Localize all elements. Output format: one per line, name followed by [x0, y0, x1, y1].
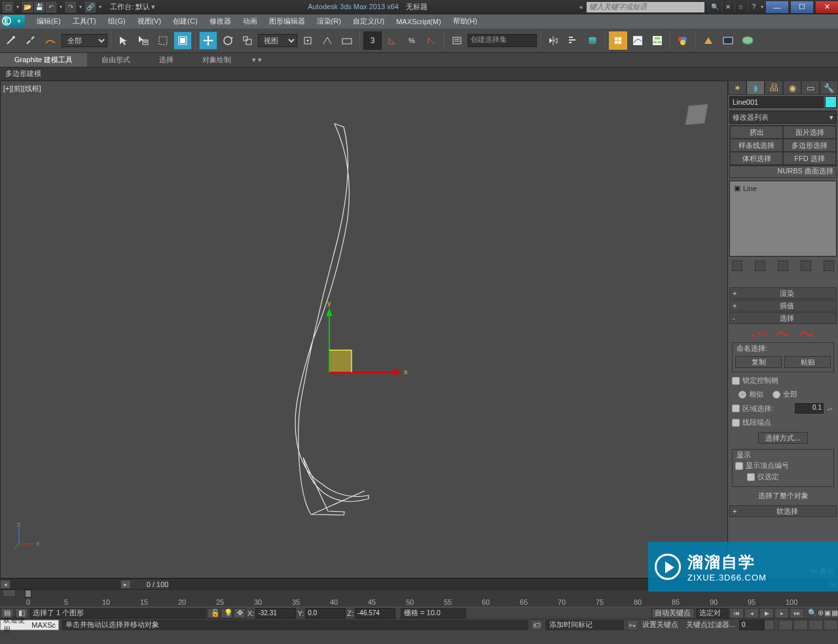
- spinner-arrows[interactable]: ▴▾: [826, 406, 834, 412]
- window-crossing-icon[interactable]: [173, 31, 192, 50]
- keyboard-shortcut-icon[interactable]: [338, 31, 356, 50]
- vertex-level-icon[interactable]: [752, 328, 767, 338]
- mirror-icon[interactable]: [544, 31, 562, 50]
- tab-create[interactable]: ✶: [728, 80, 746, 95]
- menu-customize[interactable]: 自定义(U): [348, 15, 390, 27]
- new-drop[interactable]: ▾: [14, 3, 21, 12]
- close-button[interactable]: ✕: [816, 1, 838, 13]
- z-coord-input[interactable]: -46.574: [355, 608, 395, 618]
- align-icon[interactable]: [564, 31, 582, 50]
- rollout-render[interactable]: +渲染: [729, 287, 837, 299]
- key-filters-button[interactable]: 关键点过滤器...: [682, 620, 739, 630]
- minimize-button[interactable]: —: [766, 1, 788, 13]
- scroll-right-icon[interactable]: ▸: [120, 580, 131, 589]
- configure-sets-icon[interactable]: [824, 260, 834, 271]
- zoom-extents-all-icon[interactable]: ▦: [831, 609, 838, 617]
- menu-views[interactable]: 视图(V): [132, 15, 167, 27]
- workspace-dropdown-icon[interactable]: ▾: [150, 3, 156, 11]
- ribbon-panel-label[interactable]: 多边形建模: [0, 67, 838, 80]
- link-icon[interactable]: 🔗: [85, 2, 96, 12]
- menu-help[interactable]: 帮助(H): [448, 15, 483, 27]
- menu-group[interactable]: 组(G): [103, 15, 131, 27]
- spinner-snap-icon[interactable]: [422, 31, 441, 50]
- ribbon-overflow-icon[interactable]: ▾ ▾: [252, 56, 262, 64]
- menu-animation[interactable]: 动画: [238, 15, 263, 27]
- next-frame-icon[interactable]: ▸: [774, 608, 789, 618]
- playhead[interactable]: [25, 590, 31, 598]
- time-config-icon[interactable]: [764, 620, 774, 630]
- subscription-icon[interactable]: ✕: [721, 2, 733, 12]
- unlink-icon[interactable]: [22, 31, 41, 50]
- show-end-result-icon[interactable]: [755, 260, 765, 271]
- curve-editor-icon[interactable]: [628, 31, 647, 50]
- rollout-soft-selection[interactable]: +软选择: [729, 505, 837, 517]
- tab-freeform[interactable]: 自由形式: [87, 53, 145, 67]
- new-icon[interactable]: ▢: [3, 2, 13, 12]
- tab-object-paint[interactable]: 对象绘制: [188, 53, 246, 67]
- expand-icon[interactable]: ▣: [734, 184, 740, 192]
- tab-display[interactable]: ▭: [801, 80, 820, 95]
- orbit-icon[interactable]: [809, 620, 823, 630]
- scroll-track[interactable]: [10, 580, 120, 589]
- zoom-icon[interactable]: 🔍: [808, 609, 817, 617]
- layer-manager-icon[interactable]: [583, 31, 602, 50]
- angle-snap-icon[interactable]: [383, 31, 401, 50]
- menu-rendering[interactable]: 渲染(R): [312, 15, 346, 27]
- tab-utilities[interactable]: 🔧: [820, 80, 838, 95]
- key-icon[interactable]: 🗝: [627, 620, 638, 630]
- render-production-icon[interactable]: [738, 31, 757, 50]
- current-frame-input[interactable]: 0: [739, 620, 764, 630]
- menu-edit[interactable]: 编辑(E): [31, 15, 66, 27]
- object-name-field[interactable]: Line001: [729, 96, 824, 108]
- rollout-interpolation[interactable]: +插值: [729, 300, 837, 312]
- menu-maxscript[interactable]: MAXScript(M): [391, 16, 446, 27]
- graphite-icon[interactable]: [609, 31, 627, 50]
- time-tag-icon[interactable]: 🏷: [531, 620, 543, 630]
- percent-snap-icon[interactable]: %: [403, 31, 421, 50]
- spline-level-icon[interactable]: [799, 328, 814, 338]
- mod-nurbs-select[interactable]: NURBS 曲面选择: [729, 166, 837, 178]
- zoom-extents-icon[interactable]: ▣: [824, 609, 831, 617]
- modifier-list-dropdown[interactable]: 修改器列表▾: [729, 111, 837, 124]
- tab-motion[interactable]: ◉: [783, 80, 801, 95]
- paste-button[interactable]: 粘贴: [784, 356, 831, 368]
- rollout-selection[interactable]: -选择: [729, 312, 837, 324]
- timeline[interactable]: 0510152025303540455055606570758085909510…: [0, 589, 838, 607]
- play-icon[interactable]: ▶: [759, 608, 774, 618]
- copy-button[interactable]: 复制: [735, 356, 782, 368]
- save-icon[interactable]: 💾: [34, 2, 45, 12]
- pin-stack-icon[interactable]: [732, 260, 742, 271]
- redo-icon[interactable]: ↷: [65, 2, 76, 12]
- tab-modify[interactable]: ◗: [746, 80, 765, 95]
- undo-icon[interactable]: ↶: [46, 2, 56, 12]
- workspace-selector[interactable]: 工作台: 默认: [110, 2, 150, 12]
- menu-grapheditors[interactable]: 图形编辑器: [264, 15, 310, 27]
- exchange-icon[interactable]: ☆: [735, 2, 746, 12]
- tab-graphite[interactable]: Graphite 建模工具: [0, 53, 87, 67]
- select-move-icon[interactable]: [199, 31, 217, 50]
- link-drop[interactable]: ▾: [97, 3, 103, 12]
- mod-spline-select[interactable]: 样条线选择: [730, 139, 783, 152]
- rect-select-icon[interactable]: [154, 31, 172, 50]
- help-icon[interactable]: ?: [748, 2, 759, 12]
- select-by-button[interactable]: 选择方式...: [758, 432, 807, 444]
- zoom-all-icon[interactable]: ⊕: [818, 609, 824, 617]
- remove-modifier-icon[interactable]: [801, 260, 811, 271]
- scroll-left-icon[interactable]: ◂: [0, 580, 10, 589]
- search-icon[interactable]: 🔍: [708, 2, 720, 12]
- goto-start-icon[interactable]: ⏮: [729, 608, 744, 618]
- selected-label[interactable]: 选定对: [696, 608, 729, 618]
- menu-create[interactable]: 创建(C): [168, 15, 202, 27]
- edit-named-sel-icon[interactable]: [448, 31, 466, 50]
- lock-selection-icon[interactable]: 🔓: [208, 608, 219, 618]
- autokey-button[interactable]: 自动关键点: [651, 608, 695, 618]
- area-select-spinner[interactable]: 0.1: [795, 403, 824, 414]
- coord-display-mode[interactable]: ✥: [234, 608, 246, 618]
- material-editor-icon[interactable]: [674, 31, 692, 50]
- undo-drop[interactable]: ▾: [58, 3, 64, 12]
- rendered-frame-icon[interactable]: [719, 31, 737, 50]
- prev-frame-icon[interactable]: ◂: [744, 608, 759, 618]
- tab-selection[interactable]: 选择: [145, 53, 188, 67]
- make-unique-icon[interactable]: [778, 260, 788, 271]
- manipulate-icon[interactable]: [318, 31, 337, 50]
